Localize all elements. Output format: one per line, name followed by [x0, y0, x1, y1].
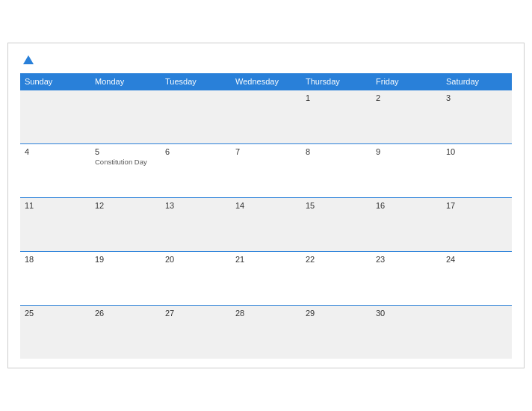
- event-label: Constitution Day: [95, 158, 156, 166]
- calendar-cell: [161, 90, 231, 143]
- calendar-cell: 14: [231, 197, 301, 251]
- day-number: 19: [95, 255, 156, 264]
- day-number: 25: [25, 309, 86, 318]
- calendar-cell: 4: [20, 143, 90, 197]
- calendar-cell: 28: [231, 305, 301, 359]
- calendar-container: SundayMondayTuesdayWednesdayThursdayFrid…: [7, 43, 525, 369]
- calendar-cell: 22: [301, 251, 371, 305]
- day-number: 3: [446, 93, 507, 102]
- calendar-cell: 2: [371, 90, 442, 143]
- calendar-cell: 25: [20, 305, 90, 359]
- calendar-cell: 30: [371, 305, 442, 359]
- col-header-thursday: Thursday: [301, 73, 371, 90]
- calendar-cell: 27: [161, 305, 231, 359]
- calendar-cell: [231, 90, 301, 143]
- calendar-cell: [90, 90, 161, 143]
- calendar-cell: [442, 305, 512, 359]
- calendar-cell: 13: [161, 197, 231, 251]
- day-number: 10: [446, 147, 507, 156]
- calendar-row: 252627282930: [20, 305, 512, 359]
- col-header-tuesday: Tuesday: [161, 73, 231, 90]
- day-number: 20: [165, 255, 226, 264]
- day-number: 4: [25, 147, 86, 156]
- day-number: 2: [376, 93, 437, 102]
- calendar-cell: 15: [301, 197, 371, 251]
- calendar-cell: 29: [301, 305, 371, 359]
- calendar-cell: 5Constitution Day: [90, 143, 161, 197]
- calendar-cell: 24: [442, 251, 512, 305]
- day-number: 15: [306, 201, 367, 210]
- day-number: 13: [165, 201, 226, 210]
- calendar-row: 11121314151617: [20, 197, 512, 251]
- calendar-row: 123: [20, 90, 512, 143]
- calendar-cell: 1: [301, 90, 371, 143]
- day-number: 26: [95, 309, 156, 318]
- day-number: 28: [235, 309, 297, 318]
- col-header-wednesday: Wednesday: [231, 73, 301, 90]
- calendar-row: 45Constitution Day678910: [20, 143, 512, 197]
- day-number: 29: [306, 309, 367, 318]
- day-number: 9: [376, 147, 437, 156]
- day-number: 5: [95, 147, 156, 156]
- logo: [20, 55, 34, 64]
- calendar-cell: 12: [90, 197, 161, 251]
- calendar-cell: 21: [231, 251, 301, 305]
- col-header-saturday: Saturday: [442, 73, 512, 90]
- col-header-sunday: Sunday: [20, 73, 90, 90]
- calendar-cell: 16: [371, 197, 442, 251]
- day-number: 17: [446, 201, 507, 210]
- col-header-monday: Monday: [90, 73, 161, 90]
- logo-triangle-icon: [23, 55, 34, 64]
- calendar-cell: 7: [231, 143, 301, 197]
- calendar-cell: 18: [20, 251, 90, 305]
- day-number: 6: [165, 147, 226, 156]
- calendar-row: 18192021222324: [20, 251, 512, 305]
- day-number: 23: [376, 255, 437, 264]
- day-number: 18: [25, 255, 86, 264]
- calendar-cell: 26: [90, 305, 161, 359]
- calendar-cell: 9: [371, 143, 442, 197]
- day-number: 16: [376, 201, 437, 210]
- calendar-cell: 17: [442, 197, 512, 251]
- day-number: 8: [306, 147, 367, 156]
- calendar-cell: 23: [371, 251, 442, 305]
- day-number: 14: [235, 201, 297, 210]
- col-header-friday: Friday: [371, 73, 442, 90]
- day-number: 22: [306, 255, 367, 264]
- calendar-cell: 3: [442, 90, 512, 143]
- calendar-cell: 8: [301, 143, 371, 197]
- day-number: 12: [95, 201, 156, 210]
- calendar-cell: 10: [442, 143, 512, 197]
- calendar-cell: 20: [161, 251, 231, 305]
- calendar-cell: [20, 90, 90, 143]
- calendar-header-row: SundayMondayTuesdayWednesdayThursdayFrid…: [20, 73, 512, 90]
- day-number: 30: [376, 309, 437, 318]
- calendar-table: SundayMondayTuesdayWednesdayThursdayFrid…: [20, 73, 512, 359]
- day-number: 7: [235, 147, 297, 156]
- day-number: 21: [235, 255, 297, 264]
- day-number: 1: [306, 93, 367, 102]
- calendar-cell: 11: [20, 197, 90, 251]
- day-number: 11: [25, 201, 86, 210]
- calendar-header: [20, 55, 512, 64]
- calendar-cell: 6: [161, 143, 231, 197]
- day-number: 27: [165, 309, 226, 318]
- calendar-cell: 19: [90, 251, 161, 305]
- day-number: 24: [446, 255, 507, 264]
